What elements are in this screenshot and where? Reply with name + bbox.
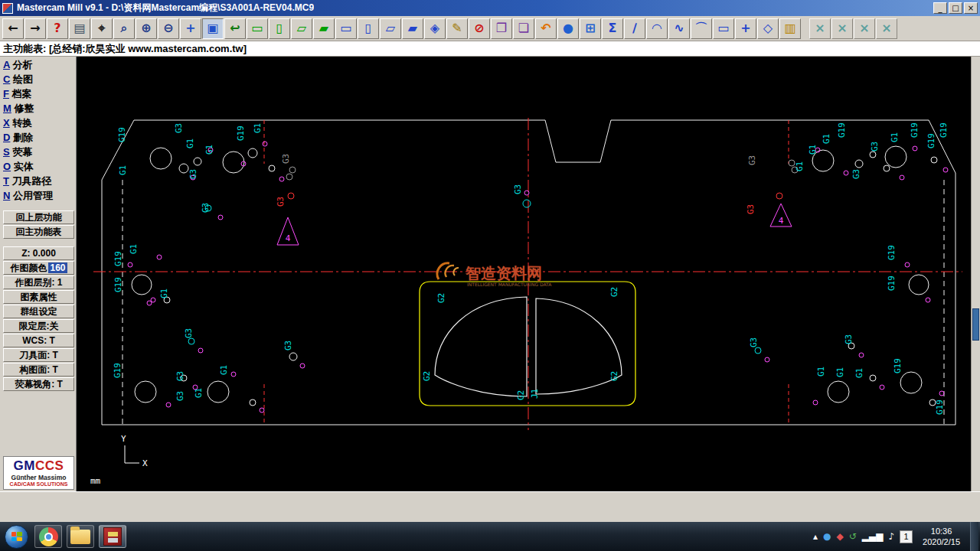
pan-button[interactable]: + [180,18,201,39]
forward-button[interactable]: → [24,18,46,39]
menu-hotkey: M [3,103,11,114]
create-point-button[interactable]: + [735,18,756,39]
menu-item-o[interactable]: O 实体 [3,160,74,174]
messenger-tray-icon[interactable]: ● [823,532,831,541]
maximize-button[interactable]: □ [949,2,962,14]
menu-item-d[interactable]: D 删除 [3,131,74,145]
z-depth-button[interactable]: Z: 0.000 [3,246,74,260]
create-line-button[interactable]: ∕ [624,18,645,39]
tile-window-button[interactable]: ❏ [513,18,534,39]
back-button[interactable]: ← [2,18,24,39]
gview-isometric-button[interactable]: ▰ [313,18,335,39]
cview-isometric-button[interactable]: ▰ [402,18,423,39]
cview-front-button[interactable]: ▯ [358,18,379,39]
level-limit-button[interactable]: 限定层:关 [3,319,74,333]
cview-isometric-icon: ▰ [408,22,417,34]
disabled-tool-2-button[interactable]: × [831,18,853,39]
explorer-taskbar-button[interactable] [67,525,94,548]
group-settings-button[interactable]: 群组设定 [3,305,74,318]
cview-normal-button[interactable]: ◈ [424,18,446,39]
screen-grab-icon: ⊞ [585,22,595,34]
zoom-previous-button[interactable]: ↩ [224,18,246,39]
disabled-tool-1-button[interactable]: × [809,18,831,39]
menu-item-s[interactable]: S 荧幕 [3,145,74,160]
cview-top-button[interactable]: ▭ [335,18,357,39]
back-menu-button[interactable]: 回上层功能 [3,210,74,224]
xform-button[interactable]: ◇ [757,18,779,39]
svg-text:G1: G1 [822,134,831,144]
cad-canvas[interactable]: G19G3G1G1G19G1G1G3G3G3G3G3G3G3G1G1G1G19G… [77,57,971,491]
update-tray-icon[interactable]: ↺ [849,532,857,541]
create-fillet-button[interactable]: ⌒ [691,18,712,39]
gview-top-button[interactable]: ▭ [247,18,268,39]
attributes-button[interactable]: 图素属性 [3,290,74,304]
svg-text:4: 4 [779,216,784,226]
draw-level-button[interactable]: 作图层别: 1 [3,276,74,289]
main-menu-button[interactable]: 回主功能表 [3,225,74,239]
calculator-sigma-button[interactable]: Σ [602,18,623,39]
construction-plane-label: 构图面: T [19,364,58,377]
menu-item-n[interactable]: N 公用管理 [3,189,74,204]
draw-color-button[interactable]: 作图颜色160 [3,261,74,275]
browser-taskbar-button[interactable] [34,525,62,548]
sketch-button[interactable]: ✎ [446,18,468,39]
delete-button[interactable]: ⊘ [469,18,490,39]
draw-level-label: 作图层别: 1 [15,276,62,289]
disabled-tool-4-button[interactable]: × [876,18,897,39]
zoom-in-button[interactable]: ⊕ [136,18,157,39]
svg-text:G3: G3 [513,184,523,194]
menu-item-a[interactable]: A 分析 [3,58,74,73]
analyze-button[interactable]: ⌖ [91,18,113,39]
xform-icon: ◇ [763,22,773,34]
cview-side-button[interactable]: ▱ [380,18,401,39]
minimize-button[interactable]: _ [933,2,947,14]
windows-logo-icon [11,532,22,541]
graphics-area[interactable]: G19G3G1G1G19G1G1G3G3G3G3G3G3G3G1G1G1G19G… [77,57,971,491]
gview-front-button[interactable]: ▯ [269,18,290,39]
job-setup-button[interactable]: ▥ [779,18,801,39]
volume-tray-icon[interactable]: ♪ [888,532,894,541]
undo-button[interactable]: ↶ [535,18,557,39]
taskbar-clock[interactable]: 10:36 2020/2/15 [918,526,965,548]
menu-item-m[interactable]: M 修整 [3,102,74,116]
close-button[interactable]: × [964,2,978,14]
mastercam-taskbar-button[interactable] [99,525,126,548]
folder-icon [70,530,90,544]
calculator-sigma-icon: Σ [609,22,617,34]
create-arc-button[interactable]: ◠ [646,18,668,39]
hidden-icons-chevron[interactable]: ▴ [813,532,818,541]
construction-plane-button[interactable]: 构图面: T [3,363,74,377]
menu-item-x[interactable]: X 转换 [3,116,74,131]
multi-window-button[interactable]: ❐ [491,18,512,39]
network-tray-icon[interactable]: ▂▄▆ [862,532,884,541]
screen-grab-button[interactable]: ⊞ [580,18,601,39]
zoom-window-button[interactable]: ⌕ [113,18,135,39]
svg-text:G1: G1 [808,145,818,155]
gview-setting-button[interactable]: 荧幕视角: T [3,377,74,391]
create-spline-button[interactable]: ∿ [668,18,690,39]
fit-screen-button[interactable]: ▣ [202,18,224,39]
wcs-button[interactable]: WCS: T [3,334,74,347]
gview-side-button[interactable]: ▱ [291,18,312,39]
unzoom-button[interactable]: ⊖ [158,18,179,39]
tool-plane-button[interactable]: 刀具面: T [3,348,74,362]
file-notes-button[interactable]: ▤ [69,18,90,39]
create-arc-icon: ◠ [652,22,662,34]
shade-button[interactable]: ● [557,18,579,39]
input-method-badge[interactable]: 1 [900,530,913,543]
menu-item-t[interactable]: T 刀具路径 [3,174,74,189]
menu-item-f[interactable]: F 档案 [3,87,74,102]
create-spline-icon: ∿ [674,22,684,34]
show-desktop-button[interactable] [970,522,978,551]
start-button[interactable] [5,525,28,549]
help-button[interactable]: ? [47,18,68,39]
menu-item-c[interactable]: C 绘图 [3,73,74,87]
antivirus-tray-icon[interactable]: ◆ [836,532,843,541]
disabled-tool-3-button[interactable]: × [854,18,875,39]
canvas-scrollbar[interactable] [971,57,980,491]
svg-text:G1: G1 [835,367,845,377]
scrollbar-thumb[interactable] [972,308,979,341]
gview-front-icon: ▯ [276,22,283,34]
menu-hotkey: A [3,59,10,70]
create-rectangle-button[interactable]: ▭ [713,18,734,39]
